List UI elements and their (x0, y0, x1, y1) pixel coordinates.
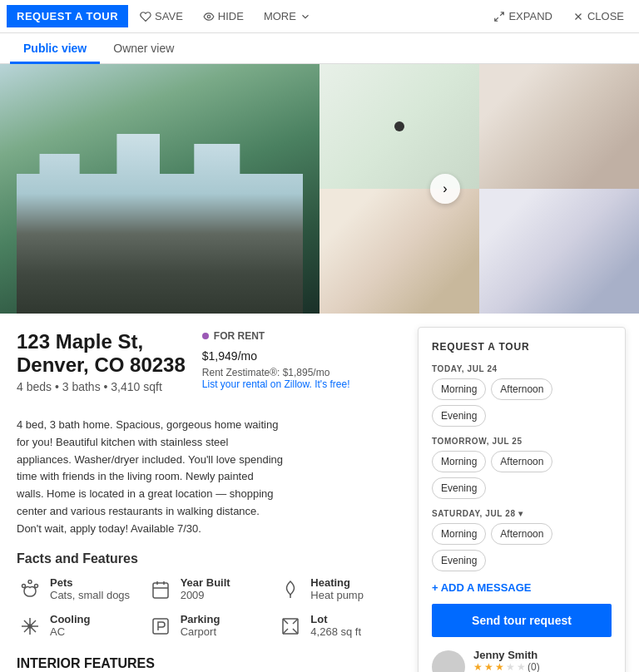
fact-parking-value: Carport (181, 625, 220, 638)
view-tabs: Public view Owner view (0, 33, 639, 64)
request-tour-button[interactable]: REQUEST A TOUR (7, 5, 128, 27)
hide-icon (203, 11, 215, 22)
tab-public-view[interactable]: Public view (10, 33, 100, 64)
agent-avatar (432, 650, 465, 673)
fact-parking-label: Parking (181, 613, 220, 625)
tour-day-tomorrow: TOMORROW, JUL 25 Morning Afternoon Eveni… (432, 437, 612, 499)
price: $1,949/mo (202, 342, 350, 365)
star-5: ★ (517, 661, 526, 672)
fact-lot: Lot 4,268 sq ft (277, 613, 401, 640)
agent-stars: ★ ★ ★ ★ ★ (0) (473, 661, 564, 672)
agent-rating: (0) (528, 661, 540, 672)
add-message-link[interactable]: + ADD A MESSAGE (432, 581, 612, 594)
fact-cooling: Cooling AC (17, 613, 141, 640)
interior-title: INTERIOR FEATURES (17, 656, 401, 671)
star-3: ★ (495, 661, 504, 672)
property-description: 4 bed, 3 bath home. Spacious, gorgeous h… (17, 417, 283, 538)
next-photo-button[interactable]: › (430, 174, 460, 204)
star-4: ★ (506, 661, 515, 672)
fact-heating: Heating Heat pump (277, 576, 401, 603)
hide-label: HIDE (218, 10, 244, 22)
tour-day-saturday: SATURDAY, JUL 28 ▾ Morning Afternoon Eve… (432, 509, 612, 571)
fact-lot-label: Lot (310, 613, 361, 625)
slot-today-morning[interactable]: Morning (432, 378, 486, 400)
address-line2: Denver, CO 80238 (17, 353, 186, 377)
slot-tomorrow-evening[interactable]: Evening (432, 477, 486, 499)
photo-thumbnail-2[interactable] (479, 64, 639, 189)
photo-thumbnail-3[interactable] (320, 189, 479, 314)
for-rent-label: FOR RENT (202, 330, 350, 342)
expand-icon (493, 11, 505, 22)
tour-day-today-label: TODAY, JUL 24 (432, 364, 612, 373)
price-block: FOR RENT $1,949/mo Rent Zestimate®: $1,8… (202, 330, 350, 390)
main-photo[interactable] (0, 64, 320, 314)
rent-zestimate: Rent Zestimate®: $1,895/mo List your ren… (202, 367, 350, 390)
tab-owner-view[interactable]: Owner view (100, 33, 187, 64)
calendar-icon (147, 576, 174, 603)
fact-year-value: 2009 (181, 589, 230, 601)
slot-saturday-afternoon[interactable]: Afternoon (491, 523, 552, 545)
slot-today-afternoon[interactable]: Afternoon (491, 378, 552, 400)
heart-icon (140, 11, 151, 22)
tour-slots-tomorrow: Morning Afternoon Evening (432, 451, 612, 499)
parking-icon (147, 613, 174, 640)
fact-year-built: Year Built 2009 (147, 576, 271, 603)
fact-cooling-label: Cooling (50, 613, 90, 625)
photo-grid: › (0, 64, 639, 314)
fact-heating-label: Heating (310, 576, 364, 589)
slot-saturday-morning[interactable]: Morning (432, 523, 486, 545)
map-thumbnail[interactable] (320, 64, 479, 189)
property-header: 123 Maple St, Denver, CO 80238 4 beds • … (17, 330, 401, 403)
slot-tomorrow-morning[interactable]: Morning (432, 451, 486, 472)
tour-day-today: TODAY, JUL 24 Morning Afternoon Evening (432, 364, 612, 427)
fact-pets-value: Cats, small dogs (50, 589, 130, 601)
price-suffix: /mo (238, 349, 257, 363)
cooling-icon (17, 613, 43, 640)
close-icon (572, 11, 584, 22)
fact-lot-value: 4,268 sq ft (310, 625, 361, 638)
agent-row: Jenny Smith ★ ★ ★ ★ ★ (0) Call: (302) 39… (432, 649, 612, 672)
slot-saturday-evening[interactable]: Evening (432, 550, 486, 571)
star-2: ★ (484, 661, 493, 672)
zestimate-link[interactable]: List your rental on Zillow. It's free! (202, 378, 350, 390)
left-content: 123 Maple St, Denver, CO 80238 4 beds • … (0, 314, 418, 672)
save-button[interactable]: SAVE (131, 10, 191, 22)
tour-slots-today: Morning Afternoon Evening (432, 378, 612, 427)
map-pin (394, 121, 404, 131)
more-button[interactable]: MORE (255, 10, 320, 22)
fact-parking: Parking Carport (147, 613, 271, 640)
property-stats: 4 beds • 3 baths • 3,410 sqft (17, 380, 186, 393)
svg-point-0 (207, 15, 211, 18)
svg-rect-3 (153, 583, 168, 598)
send-tour-button[interactable]: Send tour request (432, 604, 612, 637)
address-block: 123 Maple St, Denver, CO 80238 4 beds • … (17, 330, 186, 393)
top-bar: REQUEST A TOUR SAVE HIDE MORE EXPAND (0, 0, 639, 33)
agent-info: Jenny Smith ★ ★ ★ ★ ★ (0) Call: (302) 39… (473, 649, 564, 672)
tour-panel: REQUEST A TOUR TODAY, JUL 24 Morning Aft… (418, 327, 626, 672)
lot-icon (277, 613, 304, 640)
facts-section: Facts and Features Pets Cats, small dogs (17, 551, 401, 640)
expand-button[interactable]: EXPAND (485, 5, 561, 27)
more-label: MORE (264, 10, 296, 22)
fact-heating-value: Heat pump (310, 589, 364, 601)
fact-pets-label: Pets (50, 576, 130, 589)
facts-title: Facts and Features (17, 551, 401, 566)
agent-name: Jenny Smith (473, 649, 564, 661)
slot-tomorrow-afternoon[interactable]: Afternoon (491, 451, 552, 472)
heating-icon (277, 576, 304, 603)
facts-grid: Pets Cats, small dogs Year Built 2009 (17, 576, 401, 640)
photo-thumbnails (320, 64, 639, 314)
slot-today-evening[interactable]: Evening (432, 405, 486, 427)
photo-thumbnail-4[interactable] (479, 189, 639, 314)
pets-icon (17, 576, 43, 603)
fact-pets: Pets Cats, small dogs (17, 576, 141, 603)
close-button[interactable]: CLOSE (564, 5, 632, 27)
tour-panel-title: REQUEST A TOUR (432, 341, 612, 353)
interior-section: INTERIOR FEATURES (17, 656, 401, 671)
hide-button[interactable]: HIDE (195, 10, 252, 22)
tour-slots-saturday: Morning Afternoon Evening (432, 523, 612, 571)
address-line1: 123 Maple St, (17, 330, 186, 353)
save-label: SAVE (155, 10, 183, 22)
tour-day-saturday-label[interactable]: SATURDAY, JUL 28 ▾ (432, 509, 612, 518)
content-area: 123 Maple St, Denver, CO 80238 4 beds • … (0, 314, 639, 672)
